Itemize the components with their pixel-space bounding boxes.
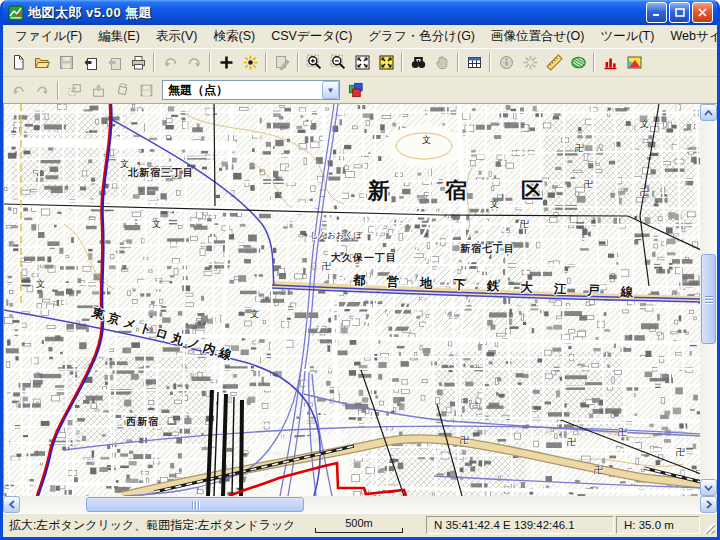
move-feature-button[interactable] [62,79,86,102]
flash-point-icon [242,54,259,71]
menu-bar: ファイル(F) 編集(E) 表示(V) 検索(S) CSVデータ(C) グラフ・… [3,25,717,49]
chevron-down-icon [704,485,713,491]
toolbar-separator [593,53,595,72]
menu-graph-color[interactable]: グラフ・色分け(G) [360,25,483,48]
zoom-in-icon [306,54,323,71]
burst-icon [522,54,539,71]
rotate-feature-button[interactable] [110,79,134,102]
chevron-down-icon[interactable]: ▼ [322,81,339,99]
close-button[interactable] [692,2,713,23]
vertical-scroll-thumb[interactable] [701,254,716,344]
measure-distance-button[interactable] [542,51,566,74]
move-feature-icon [67,83,82,98]
export-page-button[interactable] [78,51,102,74]
edit-pencil-icon [274,54,291,71]
maximize-button[interactable] [669,2,690,23]
zoom-layer-extent-button[interactable] [374,51,398,74]
import-page-button[interactable] [102,51,126,74]
scroll-up-button[interactable] [700,104,717,121]
zoom-layer-extent-icon [378,54,395,71]
menu-view[interactable]: 表示(V) [148,25,206,48]
area-ellipse-icon [570,54,587,71]
status-hint: 拡大:左ボタンクリック、範囲指定:左ボタンドラッグ [3,514,293,536]
new-file-icon [10,54,27,71]
save-icon [58,54,75,71]
chevron-up-icon [704,110,713,116]
paste-feature-button[interactable] [86,79,110,102]
info-icon [498,54,515,71]
pan-button[interactable] [430,51,454,74]
status-bar: 拡大:左ボタンクリック、範囲指定:左ボタンドラッグ 500m N 35:41:4… [3,513,717,536]
layer-combo[interactable]: 無題（点） ▼ [162,80,340,100]
undo-button[interactable] [158,51,182,74]
chevron-right-icon [706,500,712,509]
add-point-button[interactable] [214,51,238,74]
toolbar-separator [57,81,59,100]
redo-edit-button[interactable] [30,79,54,102]
zoom-extent-button[interactable] [350,51,374,74]
export-page-icon [82,54,99,71]
edit-feature-button[interactable] [270,51,294,74]
find-button[interactable] [406,51,430,74]
menu-search[interactable]: 検索(S) [205,25,263,48]
menu-tools[interactable]: ツール(T) [592,25,662,48]
new-button[interactable] [6,51,30,74]
app-icon [8,5,24,21]
redo-edit-icon [35,83,50,98]
map-canvas [4,104,700,496]
hand-icon [434,54,451,71]
save-layer-button[interactable] [134,79,158,102]
attribute-table-button[interactable] [462,51,486,74]
vertical-scrollbar[interactable] [700,104,717,496]
print-button[interactable] [126,51,150,74]
minimize-button[interactable] [646,2,667,23]
save-layer-icon [139,83,154,98]
plus-icon [218,54,235,71]
thematic-colormap-button[interactable] [622,51,646,74]
import-page-icon [106,54,123,71]
open-button[interactable] [30,51,54,74]
height-readout: H: 35.0 m [616,516,700,534]
title-bar: 地図太郎 v5.00 無題 [3,0,717,25]
binoculars-icon [410,54,427,71]
menu-website[interactable]: Webサイト(W) [662,25,720,48]
rotate-feature-icon [115,83,130,98]
horizontal-scroll-thumb[interactable] [86,497,304,512]
chevron-left-icon [9,500,15,509]
toolbar-separator [153,53,155,72]
scroll-down-button[interactable] [700,479,717,496]
scale-indicator: 500m [293,514,425,536]
menu-csv-data[interactable]: CSVデータ(C) [263,25,360,48]
zoom-out-button[interactable] [326,51,350,74]
open-folder-icon [34,54,51,71]
zoom-in-button[interactable] [302,51,326,74]
window-title: 地図太郎 v5.00 無題 [28,4,644,22]
map-row: 新 宿 区 都営地下鉄大江戸線 東京メトロ丸ノ内線 北新宿三丁目 新宿七丁目 大… [3,104,717,496]
select-flash-button[interactable] [518,51,542,74]
toolbar-separator [265,53,267,72]
menu-image-align[interactable]: 画像位置合せ(O) [483,25,592,48]
measure-area-button[interactable] [566,51,590,74]
register-point-button[interactable] [238,51,262,74]
info-button[interactable] [494,51,518,74]
graph-button[interactable] [598,51,622,74]
save-button[interactable] [54,51,78,74]
coordinates-readout: N 35:41:42.4 E 139:42:46.1 [426,516,614,534]
colormap-icon [626,54,643,71]
edit-toolbar: 無題（点） ▼ [3,77,717,104]
map-viewport[interactable]: 新 宿 区 都営地下鉄大江戸線 東京メトロ丸ノ内線 北新宿三丁目 新宿七丁目 大… [3,104,700,496]
toolbar-separator [489,53,491,72]
layers-button[interactable] [344,79,368,102]
redo-button[interactable] [182,51,206,74]
print-icon [130,54,147,71]
scale-label: 500m [345,518,373,528]
resize-grip[interactable] [701,514,717,536]
scroll-left-button[interactable] [3,496,20,513]
menu-file[interactable]: ファイル(F) [7,25,90,48]
scroll-right-button[interactable] [700,496,717,513]
undo-edit-button[interactable] [6,79,30,102]
menu-edit[interactable]: 編集(E) [90,25,148,48]
horizontal-scrollbar[interactable] [3,496,717,513]
undo-edit-icon [11,83,26,98]
paste-feature-icon [91,83,106,98]
